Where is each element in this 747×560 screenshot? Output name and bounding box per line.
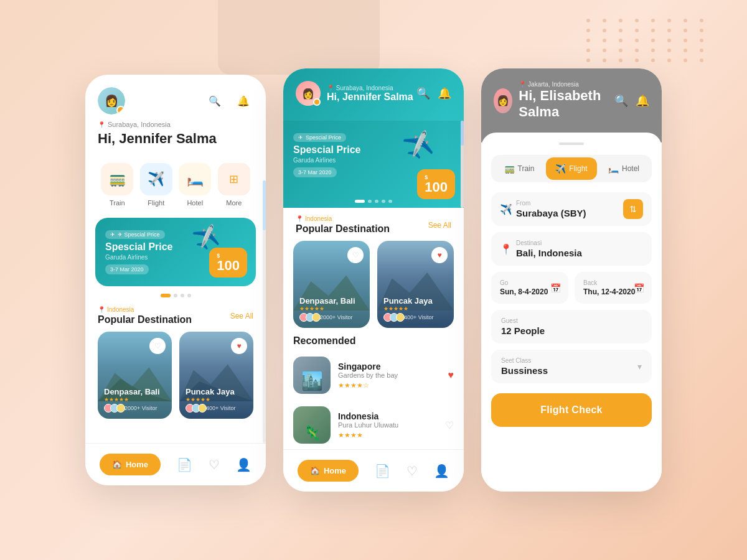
price-badge: $ 100 xyxy=(209,248,247,278)
carousel-dots xyxy=(85,294,266,297)
notification-icon[interactable]: 🔔 xyxy=(438,86,451,100)
phone2-banner[interactable]: ✈Spescial Price Spescial Price Garuda Ai… xyxy=(283,121,464,208)
recommended-singapore[interactable]: Singapore Gardens by the bay ★★★★☆ ♥ xyxy=(283,350,464,400)
heart-button-puncak[interactable]: ♥ xyxy=(231,338,247,354)
dot-3[interactable] xyxy=(375,200,378,203)
phone2-avatar: 👩 xyxy=(296,81,321,106)
more-icon-box: ⊞ xyxy=(218,163,250,195)
dot-4[interactable] xyxy=(382,200,385,203)
singapore-sub: Gardens by the bay xyxy=(338,371,441,379)
avatar: 👩 xyxy=(98,87,125,114)
section-location: 📍 Indonesia xyxy=(98,306,192,313)
search-icon[interactable]: 🔍 xyxy=(416,86,430,100)
section-location: 📍 Indonesia xyxy=(296,215,390,222)
seat-value: Bussiness xyxy=(501,365,548,376)
category-more[interactable]: ⊞ More xyxy=(218,163,250,207)
tab-hotel[interactable]: 🛏️ Hotel xyxy=(598,157,649,180)
calendar-back-icon: 📅 xyxy=(634,283,644,293)
seat-class-field[interactable]: Seet Class Bussiness ▾ xyxy=(491,350,652,383)
puncak-name: Puncak Jaya xyxy=(186,387,247,396)
nav-bookings-icon[interactable]: 📄 xyxy=(177,457,192,472)
heart-bali[interactable]: ♡ xyxy=(347,247,364,263)
nav-profile-icon[interactable]: 👤 xyxy=(236,457,251,472)
section-location-text: Indonesia xyxy=(107,306,134,313)
section-title: Popular Destination xyxy=(98,314,192,325)
phone2-dest-row: ♡ Denpasar, Bali ★★★★★ 2000+ Visitor ♥ xyxy=(283,241,464,328)
promo-banner[interactable]: ✈ ✈ Spescial Price Spescial Price Garuda… xyxy=(95,218,256,286)
phone1-location: Surabaya, Indonesia xyxy=(108,121,171,128)
flight-check-button[interactable]: Flight Check xyxy=(491,393,652,427)
dot-1[interactable] xyxy=(161,294,171,297)
see-all-button[interactable]: See All xyxy=(428,221,451,230)
category-hotel[interactable]: 🛏️ Hotel xyxy=(179,163,211,207)
nav-favorites-icon[interactable]: ♡ xyxy=(209,457,220,472)
search-icon[interactable]: 🔍 xyxy=(614,94,628,108)
phone2-section-header: 📍 Indonesia Popular Destination See All xyxy=(283,208,464,241)
recommended-indonesia[interactable]: Indonesia Pura Luhur Uluwatu ★★★★ ♡ xyxy=(283,400,464,450)
phone3: 👩 📍 Jakarta, Indonesia Hi, Elisabeth Sal… xyxy=(481,68,662,492)
banner-date: 3-7 Mar 2020 xyxy=(105,264,149,274)
go-date-field[interactable]: Go Sun, 8-4-2020 📅 xyxy=(491,272,568,304)
to-field[interactable]: 📍 Destinasi Bali, Indonesia xyxy=(491,232,652,266)
indonesia-info: Indonesia Pura Luhur Uluwatu ★★★★ xyxy=(338,411,438,439)
guest-field[interactable]: Guest 12 People xyxy=(491,310,652,343)
dot-3[interactable] xyxy=(181,294,184,297)
phone2-location: 📍 Surabaya, Indonesia xyxy=(327,85,413,91)
heart-puncak[interactable]: ♥ xyxy=(431,247,448,263)
heart-indonesia[interactable]: ♡ xyxy=(445,419,454,431)
bali-stars: ★★★★★ xyxy=(104,396,166,403)
category-flight[interactable]: ✈️ Flight xyxy=(140,163,172,207)
heart-singapore[interactable]: ♥ xyxy=(448,370,454,381)
back-date-field[interactable]: Back Thu, 12-4-2020 📅 xyxy=(575,272,652,304)
see-all-button[interactable]: See All xyxy=(230,312,253,320)
category-train[interactable]: 🚃 Train xyxy=(101,163,133,207)
home-button[interactable]: 🏠 Home xyxy=(100,454,161,475)
nav-profile-icon[interactable]: 👤 xyxy=(434,464,449,478)
price: 100 xyxy=(425,180,448,194)
from-field[interactable]: ✈️ From Surabaya (SBY) ⇅ xyxy=(491,192,652,226)
notification-icon[interactable]: 🔔 xyxy=(636,94,649,108)
phone3-user-row: 👩 📍 Jakarta, Indonesia Hi, Elisabeth Sal… xyxy=(494,81,614,120)
price-badge: $ 100 xyxy=(417,169,455,199)
destination-bali[interactable]: ♡ Denpasar, Bali ★★★★★ 2000+ Visitor xyxy=(98,332,172,419)
tab-flight[interactable]: ✈️ Flight xyxy=(546,157,597,180)
search-icon[interactable]: 🔍 xyxy=(205,91,225,111)
nav-bookings-icon[interactable]: 📄 xyxy=(375,464,390,478)
destination-puncak[interactable]: ♥ Puncak Jaya ★★★★★ 400+ Visitor xyxy=(179,332,253,419)
train-tab-label: Train xyxy=(518,164,535,173)
bottom-nav: 🏠 Home 📄 ♡ 👤 xyxy=(85,443,266,485)
more-label: More xyxy=(226,199,242,207)
recommended-title: Recomended xyxy=(293,335,454,347)
puncak-info: Puncak Jaya ★★★★★ 400+ Visitor xyxy=(186,387,247,413)
phone2-puncak[interactable]: ♥ Puncak Jaya ★★★★★ 400+ Visitor xyxy=(377,241,454,328)
tab-train[interactable]: 🚃 Train xyxy=(494,157,545,180)
guest-label: Guest xyxy=(501,317,642,324)
heart-button-bali[interactable]: ♡ xyxy=(149,338,166,354)
category-row: 🚃 Train ✈️ Flight 🛏️ Hotel ⊞ More xyxy=(85,154,266,215)
header-icons: 🔍 🔔 xyxy=(205,91,253,111)
bg-decoration xyxy=(218,0,380,75)
dot-5[interactable] xyxy=(388,200,392,203)
flight-label: Flight xyxy=(148,199,164,207)
swap-button[interactable]: ⇅ xyxy=(623,199,643,219)
phone3-header: 👩 📍 Jakarta, Indonesia Hi, Elisabeth Sal… xyxy=(481,68,662,142)
dot-active[interactable] xyxy=(355,200,365,203)
dot-2[interactable] xyxy=(174,294,177,297)
scroll-thumb xyxy=(263,180,266,230)
puncak-info: Puncak Jaya ★★★★★ 400+ Visitor xyxy=(383,296,448,322)
nav-favorites-icon[interactable]: ♡ xyxy=(406,464,418,478)
indonesia-image xyxy=(293,406,331,444)
dot-4[interactable] xyxy=(187,294,191,297)
phone2-bali[interactable]: ♡ Denpasar, Bali ★★★★★ 2000+ Visitor xyxy=(293,241,370,328)
dot-2[interactable] xyxy=(368,200,372,203)
home-button[interactable]: 🏠 Home xyxy=(298,460,359,482)
indonesia-stars: ★★★★ xyxy=(338,431,438,439)
phone2-banner-content: ✈Spescial Price Spescial Price Garuda Ai… xyxy=(293,131,361,177)
phone3-greeting: Hi, Elisabeth Salma xyxy=(519,88,614,120)
phone2: 👩 📍 Surabaya, Indonesia Hi, Jennifer Sal… xyxy=(283,68,464,492)
phone2-top-row: 👩 📍 Surabaya, Indonesia Hi, Jennifer Sal… xyxy=(296,81,451,106)
hotel-label: Hotel xyxy=(187,199,203,207)
notification-icon[interactable]: 🔔 xyxy=(233,91,253,111)
bali-info: Denpasar, Bali ★★★★★ 2000+ Visitor xyxy=(104,387,166,413)
home-icon: 🏠 xyxy=(112,460,122,469)
